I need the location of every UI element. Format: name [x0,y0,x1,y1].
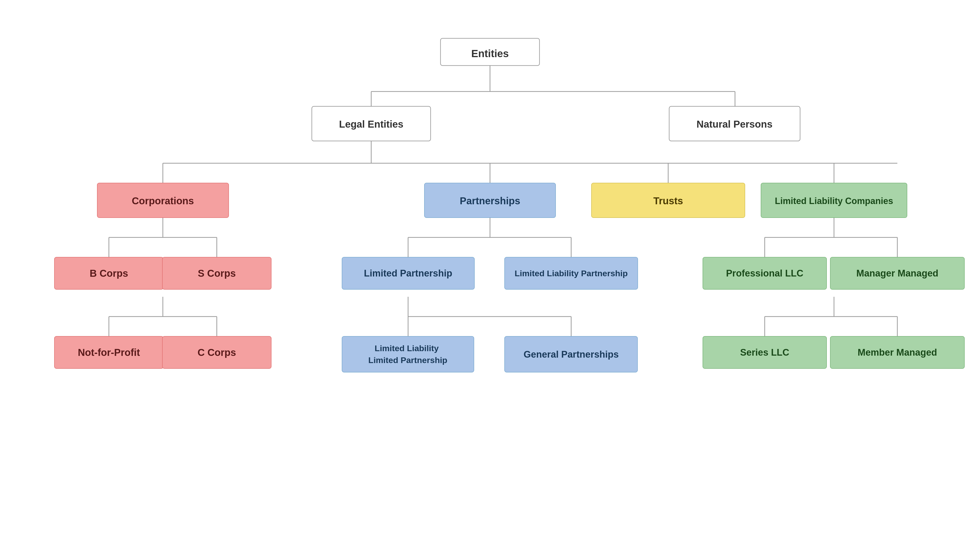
trusts-label: Trusts [653,195,683,206]
b-corps-label: B Corps [89,268,128,279]
corporations-label: Corporations [132,195,194,206]
llp-label: Limited Liability Partnership [514,268,628,278]
series-llc-label: Series LLC [740,347,789,357]
partnerships-label: Partnerships [460,195,520,206]
manager-managed-label: Manager Managed [856,268,939,278]
llc-label: Limited Liability Companies [775,196,893,206]
member-managed-label: Member Managed [858,347,937,357]
general-partnerships-label: General Partnerships [523,349,619,360]
limited-partnership-label: Limited Partnership [364,268,452,278]
s-corps-label: S Corps [198,268,235,279]
entities-label: Entities [471,48,509,59]
legal-entities-label: Legal Entities [339,119,403,130]
natural-persons-label: Natural Persons [697,119,773,130]
c-corps-label: C Corps [197,347,236,358]
professional-llc-label: Professional LLC [726,268,803,278]
lllp-node [342,336,474,372]
not-for-profit-label: Not-for-Profit [78,347,140,358]
